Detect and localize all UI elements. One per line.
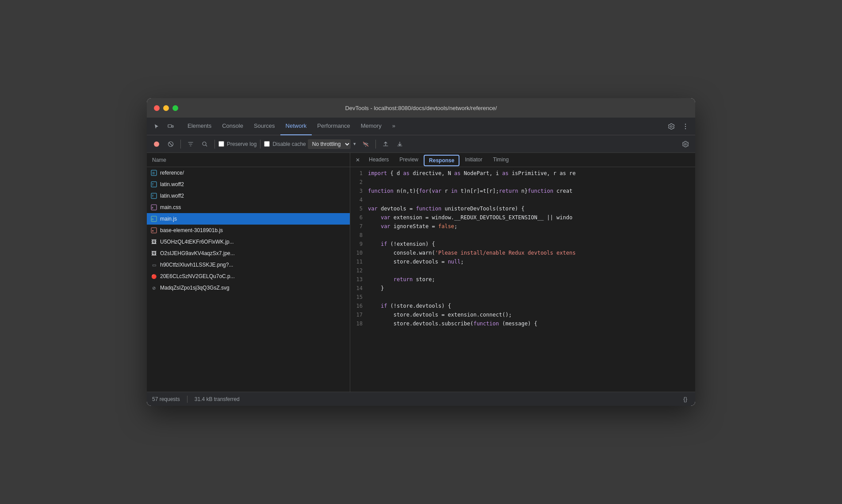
- titlebar: DevTools - localhost:8080/docs/devtools/…: [147, 98, 695, 118]
- code-line: 5 var devtools = function unistoreDevToo…: [350, 204, 695, 213]
- wifi-icon[interactable]: [360, 138, 372, 150]
- panel-close-button[interactable]: ✕: [352, 157, 364, 163]
- toolbar2: Preserve log Disable cache No throttling…: [147, 135, 695, 153]
- close-button[interactable]: [154, 105, 160, 111]
- cursor-icon[interactable]: [150, 120, 163, 133]
- code-line: 16 if (!store.devtools) {: [350, 302, 695, 310]
- tab-sources[interactable]: Sources: [249, 118, 280, 135]
- status-bar: 57 requests 31.4 kB transferred {}: [147, 392, 695, 406]
- tab-performance[interactable]: Performance: [312, 118, 355, 135]
- html-icon: ☰: [150, 169, 157, 176]
- code-line: 12: [350, 266, 695, 275]
- device-toggle-icon[interactable]: [165, 120, 177, 133]
- image-icon: 🖼: [150, 238, 157, 245]
- tab-elements[interactable]: Elements: [182, 118, 217, 135]
- js-icon: ⚙: [150, 215, 157, 222]
- throttle-select[interactable]: No throttling: [308, 139, 351, 149]
- png-icon: ▭: [150, 261, 157, 268]
- list-item-selected[interactable]: ⚙ main.js: [147, 213, 350, 225]
- devtools-window: DevTools - localhost:8080/docs/devtools/…: [147, 98, 695, 406]
- tabs-left-icons: [150, 120, 177, 133]
- image-icon: 🖼: [150, 250, 157, 257]
- tab-headers[interactable]: Headers: [364, 153, 394, 167]
- list-item[interactable]: T latin.woff2: [147, 190, 350, 202]
- tab-response[interactable]: Response: [424, 155, 459, 166]
- filter-icon[interactable]: [184, 138, 197, 150]
- response-panel: ✕ Headers Preview Response Initiator Tim…: [350, 153, 695, 392]
- maximize-button[interactable]: [172, 105, 178, 111]
- disable-cache-checkbox[interactable]: Disable cache: [264, 141, 306, 147]
- window-title: DevTools - localhost:8080/docs/devtools/…: [147, 105, 695, 111]
- list-item[interactable]: # main.css: [147, 202, 350, 213]
- svg-text:T: T: [152, 195, 154, 198]
- code-line: 6 var extension = window.__REDUX_DEVTOOL…: [350, 213, 695, 222]
- list-item[interactable]: ▭ h90CtfziXluvh1LSSKJE.png?...: [147, 259, 350, 271]
- tabs-right-icons: [665, 120, 692, 133]
- disable-cache-input[interactable]: [264, 141, 270, 147]
- network-settings-icon[interactable]: [679, 138, 692, 150]
- code-line: 9 if (!extension) {: [350, 240, 695, 248]
- list-item[interactable]: T latin.woff2: [147, 179, 350, 190]
- list-item[interactable]: 🔴 20E6CLcSzNV2GELQu7oC.p...: [147, 271, 350, 282]
- code-line: 11 store.devtools = null;: [350, 257, 695, 266]
- preserve-log-checkbox[interactable]: Preserve log: [218, 141, 256, 147]
- list-item[interactable]: ◈ base-element-3018901b.js: [147, 225, 350, 236]
- svg-text:#: #: [152, 206, 153, 209]
- tab-more[interactable]: »: [387, 118, 401, 135]
- svg-point-4: [685, 128, 686, 129]
- upload-icon[interactable]: [379, 138, 392, 150]
- tab-network[interactable]: Network: [280, 118, 312, 135]
- requests-count: 57 requests: [152, 396, 180, 402]
- tab-preview[interactable]: Preview: [394, 153, 424, 167]
- font-icon: T: [150, 192, 157, 199]
- code-line: 14 }: [350, 284, 695, 293]
- list-item[interactable]: ⊘ MadqZsIZpo1sj3qQ3GsZ.svg: [147, 282, 350, 294]
- tab-console[interactable]: Console: [217, 118, 249, 135]
- list-item[interactable]: 🖼 U5OHzQL4tEKFr6OFlxWK.jp...: [147, 236, 350, 248]
- search-icon[interactable]: [199, 138, 211, 150]
- panel-tabs: ✕ Headers Preview Response Initiator Tim…: [350, 153, 695, 167]
- list-item[interactable]: 🖼 O2sIJEHG9avKV4aqzSx7.jpe...: [147, 248, 350, 259]
- format-button[interactable]: {}: [681, 395, 690, 403]
- traffic-lights: [154, 105, 178, 111]
- download-icon[interactable]: [394, 138, 406, 150]
- svg-text:◈: ◈: [152, 229, 154, 233]
- divider3: [260, 140, 260, 149]
- svg-rect-0: [168, 125, 172, 127]
- status-divider: [187, 396, 188, 403]
- list-item[interactable]: ☰ reference/: [147, 167, 350, 179]
- svg-rect-1: [172, 126, 173, 127]
- code-line: 8: [350, 231, 695, 240]
- svg-text:⚙: ⚙: [152, 218, 154, 221]
- svg-line-9: [206, 145, 207, 146]
- tabs-bar: Elements Console Sources Network Perform…: [147, 118, 695, 135]
- code-line: 7 var ignoreState = false;: [350, 222, 695, 231]
- transferred-size: 31.4 kB transferred: [195, 396, 240, 402]
- name-column-header: Name: [152, 157, 166, 163]
- divider2: [214, 140, 215, 149]
- clear-button[interactable]: [165, 138, 177, 150]
- img2-icon: 🔴: [150, 273, 157, 280]
- code-line: 15: [350, 293, 695, 302]
- code-line: 10 console.warn('Please install/enable R…: [350, 248, 695, 257]
- tab-initiator[interactable]: Initiator: [459, 153, 487, 167]
- more-options-icon[interactable]: [679, 120, 692, 133]
- record-button[interactable]: [150, 138, 163, 150]
- devtools-chrome: Elements Console Sources Network Perform…: [147, 118, 695, 406]
- svg-point-2: [685, 123, 686, 124]
- settings-icon[interactable]: [665, 120, 677, 133]
- tab-timing[interactable]: Timing: [488, 153, 514, 167]
- code-view[interactable]: 1 import { d as directive, N as NodePart…: [350, 167, 695, 392]
- minimize-button[interactable]: [163, 105, 169, 111]
- throttle-dropdown-arrow[interactable]: ▾: [353, 141, 356, 147]
- css-icon: #: [150, 204, 157, 211]
- svg-point-3: [685, 126, 686, 126]
- tab-memory[interactable]: Memory: [356, 118, 387, 135]
- bundle-icon: ◈: [150, 227, 157, 234]
- svg-point-5: [154, 141, 159, 147]
- svg-text:T: T: [152, 183, 154, 187]
- file-list-header: Name: [147, 153, 350, 167]
- preserve-log-input[interactable]: [218, 141, 224, 147]
- code-line: 3 function n(n,t){for(var r in t)n[r]=t[…: [350, 187, 695, 195]
- code-line: 13 return store;: [350, 275, 695, 284]
